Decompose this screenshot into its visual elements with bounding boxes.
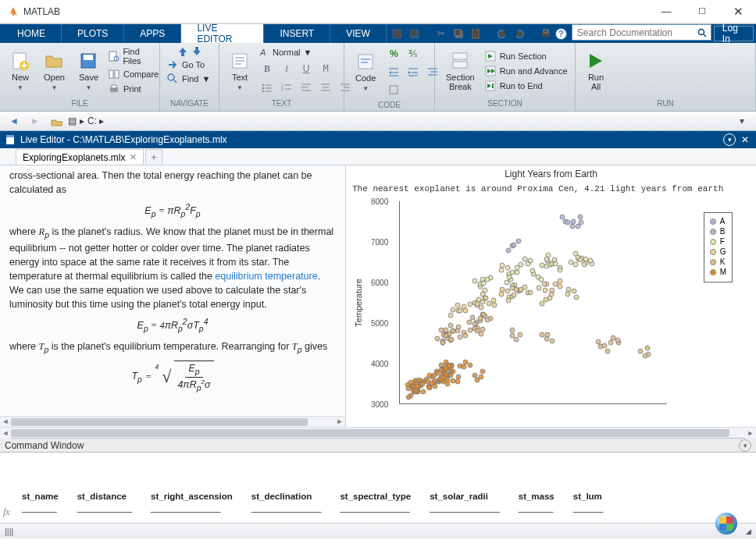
print-button[interactable]: Print [108,83,159,95]
underline-button[interactable]: U [298,61,315,76]
svg-rect-1 [394,30,400,34]
scroll-right-arrow[interactable]: ► [745,428,756,439]
address-bar: ◄ ► ▤▸ C: ▸ ▾ [0,112,756,131]
scroll-left-arrow[interactable]: ◄ [0,417,11,427]
titlebar: MATLAB — ☐ ✕ [0,0,756,23]
refactor-icon[interactable] [385,82,402,98]
scroll-right-arrow[interactable]: ► [334,417,345,427]
save-all-icon[interactable] [407,26,423,41]
new-tab-button[interactable]: ＋ [145,149,162,164]
group-label-section: SECTION [435,99,575,111]
tab-apps[interactable]: APPS [124,24,181,43]
save-button[interactable]: Save▼ [74,49,103,94]
svg-point-30 [262,84,265,87]
svg-rect-69 [6,135,14,137]
style-dropdown[interactable]: A Normal ▼ [259,47,354,58]
code-button[interactable]: Code▼ [351,50,380,94]
indent-icon[interactable] [385,64,402,80]
output-text: The nearest exoplanet is around Proxima … [352,184,750,194]
run-section-button[interactable]: Run Section [484,50,568,62]
matlab-icon [8,6,19,17]
tab-view[interactable]: VIEW [330,24,387,43]
address-dropdown-icon[interactable]: ▾ [733,113,751,129]
doc-tab-active[interactable]: ExploringExoplanets.mlx ✕ [16,149,144,165]
run-all-button[interactable]: Run All [582,49,610,94]
address-path[interactable]: ▤▸ C: ▸ [68,115,730,126]
find-files-button[interactable]: Find Files [108,47,159,66]
status-indicator: |||| [5,527,13,536]
up-arrow-button[interactable] [166,46,212,57]
run-advance-button[interactable]: Run and Advance [484,65,568,77]
bold-button[interactable]: B [259,61,276,76]
scrollbar-thumb[interactable] [11,429,729,437]
cmdwin-menu-icon[interactable]: ▾ [739,439,751,452]
goto-button[interactable]: Go To [166,59,205,71]
save-icon[interactable] [390,26,405,41]
command-window[interactable]: fx st_namest_distancest_right_ascensions… [0,453,756,523]
outdent-icon[interactable] [405,64,422,80]
quick-access-toolbar: ✂ ? [390,24,567,43]
svg-rect-63 [453,62,467,68]
group-label-text: TEXT [219,99,344,111]
command-window-bar: Command Window ▾ [0,438,756,453]
svg-text:2: 2 [281,87,284,91]
bullets-button[interactable] [259,80,276,95]
equilibrium-link[interactable]: equilibrium temperature [215,271,317,282]
svg-rect-16 [84,55,93,60]
copy-icon[interactable] [451,26,466,41]
maximize-button[interactable]: ☐ [684,0,720,23]
tab-insert[interactable]: INSERT [264,24,330,43]
output-hscroll[interactable]: ◄ ► [0,427,756,438]
find-button[interactable]: Find ▼ [166,73,210,85]
print-icon[interactable] [538,26,554,41]
statusbar: |||| ◢ [0,523,756,538]
numbering-button[interactable]: 12 [278,80,295,95]
document-tabs: ExploringExoplanets.mlx ✕ ＋ [0,148,756,165]
group-label-run: RUN [576,99,755,111]
paste-icon[interactable] [468,26,483,41]
tab-live-editor[interactable]: LIVE EDITOR [181,24,264,43]
close-tab-icon[interactable]: ✕ [130,152,137,162]
login-button[interactable]: Log In [714,26,754,41]
monospace-button[interactable]: M [317,61,334,76]
align-center-button[interactable] [317,80,334,95]
search-input[interactable] [572,27,694,38]
section-break-button[interactable]: Section Break [441,49,480,94]
svg-rect-67 [492,83,494,88]
fx-icon[interactable]: fx [3,506,10,518]
text-pane[interactable]: cross-sectional area. Then the total ene… [0,165,345,427]
command-window-label: Command Window [5,440,84,451]
tab-plots[interactable]: PLOTS [62,24,124,43]
scrollbar-thumb[interactable] [11,418,308,426]
plot-area [399,201,667,404]
svg-text:A: A [259,48,266,57]
equation-3: Tp = 4 √ Ep 4πRp2σ [9,361,336,394]
scroll-left-arrow[interactable]: ◄ [0,428,11,439]
text-para-1: cross-sectional area. Then the total ene… [9,169,336,197]
nav-back-icon[interactable]: ◄ [5,113,23,129]
nav-fwd-icon[interactable]: ► [26,113,45,129]
minimize-button[interactable]: — [648,0,684,23]
comment-icon[interactable]: % [385,46,402,62]
italic-button[interactable]: I [278,61,295,76]
dock-icon[interactable]: ▾ [723,133,736,146]
run-end-button[interactable]: Run to End [484,80,568,92]
redo-icon[interactable] [512,26,527,41]
search-go-icon[interactable] [694,28,711,37]
uncomment-icon[interactable]: ⅗ [405,46,422,62]
help-icon[interactable]: ? [555,28,567,40]
close-pane-icon[interactable]: ✕ [739,133,751,146]
text-button[interactable]: Text▼ [226,49,254,94]
close-button[interactable]: ✕ [720,0,756,23]
compare-button[interactable]: Compare [108,68,159,80]
new-button[interactable]: New▼ [6,49,34,94]
undo-icon[interactable] [494,26,510,41]
search-box[interactable] [572,24,711,41]
nav-up-icon[interactable] [47,113,66,129]
cut-icon[interactable]: ✂ [433,26,449,41]
svg-rect-62 [453,53,467,59]
tab-home[interactable]: HOME [2,24,62,43]
svg-point-23 [168,74,174,80]
open-button[interactable]: Open▼ [39,49,70,94]
align-left-button[interactable] [298,80,315,95]
